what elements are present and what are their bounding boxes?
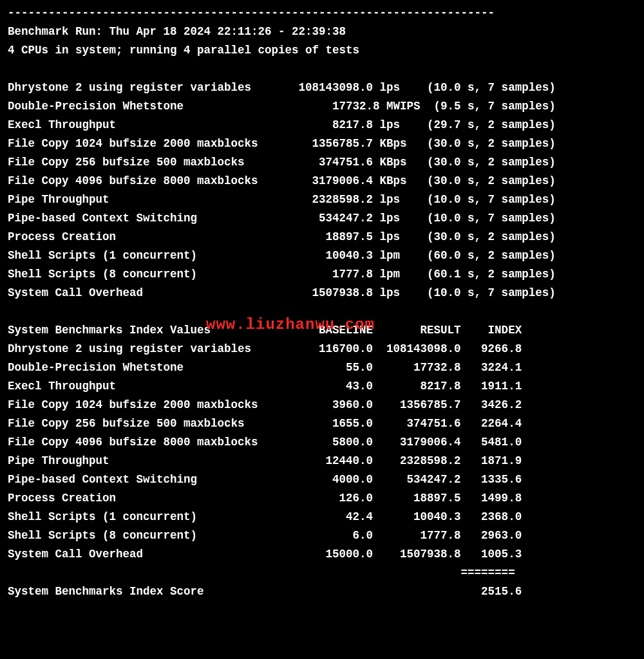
terminal-output: ----------------------------------------… — [0, 0, 644, 659]
